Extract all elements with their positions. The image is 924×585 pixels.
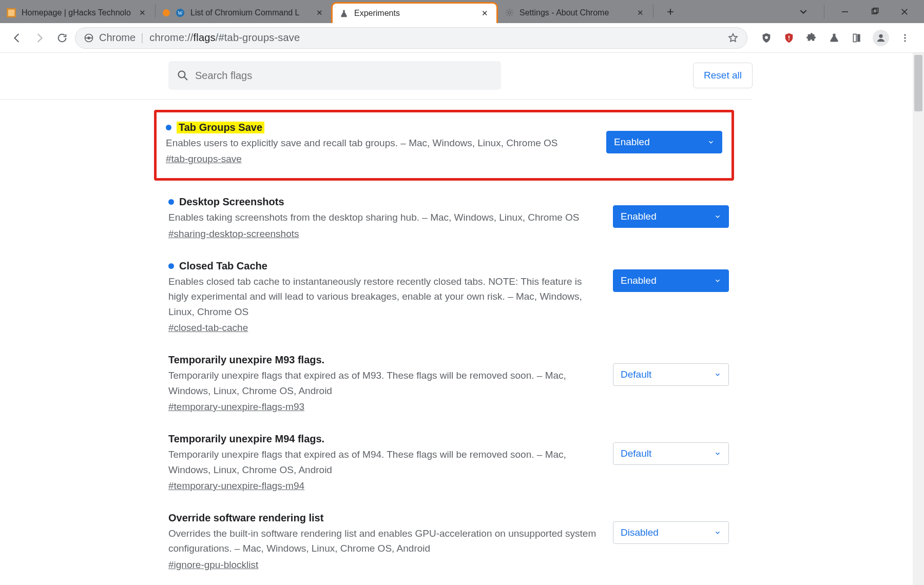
flag-title: Temporarily unexpire M94 flags. [168,433,598,445]
flag-title-text: Tab Groups Save [177,122,264,133]
flag-state-select[interactable]: Enabled [613,205,729,228]
svg-rect-19 [853,34,856,42]
kebab-menu-icon[interactable] [898,31,912,45]
chevron-down-icon [714,213,721,220]
flag-row: Tab Groups SaveEnables users to explicit… [154,110,734,181]
flag-row: Override software rendering listOverride… [168,512,729,571]
flag-state-label: Enabled [621,211,657,222]
flag-title: Tab Groups Save [166,122,591,133]
flag-title-text: Desktop Screenshots [179,196,284,208]
flag-row: Temporarily unexpire M94 flags.Temporari… [168,433,729,492]
scrollbar-thumb[interactable] [914,55,922,111]
flag-anchor-link[interactable]: #temporary-unexpire-flags-m94 [168,480,598,492]
flag-description: Enables users to explicitly save and rec… [166,135,591,150]
flag-anchor-link[interactable]: #sharing-desktop-screenshots [168,228,598,240]
tab-chromium-list[interactable]: W List of Chromium Command L ✕ [157,2,331,23]
window-controls [784,0,924,23]
chevron-down-icon [714,529,721,536]
chevron-down-icon [714,450,721,457]
new-tab-button[interactable] [662,3,679,21]
gear-favicon-icon [504,8,514,18]
svg-rect-12 [842,11,848,12]
tab-ghacks[interactable]: Homepage | gHacks Technolo ✕ [0,2,154,23]
tabstrip: Homepage | gHacks Technolo ✕ W List of C… [0,0,654,23]
chevron-down-icon [707,139,715,146]
svg-line-26 [184,77,187,80]
modified-dot-icon [168,199,174,205]
tabs-dropdown-button[interactable] [794,3,813,21]
flag-state-label: Default [621,369,651,380]
flag-description: Enables taking screenshots from the desk… [168,210,598,225]
flag-row: Temporarily unexpire M93 flags.Temporari… [168,354,729,413]
flag-title: Closed Tab Cache [168,260,598,272]
svg-point-3 [508,11,510,14]
back-button[interactable] [7,28,27,48]
titlebar: Homepage | gHacks Technolo ✕ W List of C… [0,0,924,23]
flag-title: Desktop Screenshots [168,196,598,208]
tab-label: List of Chromium Command L [190,8,309,17]
maximize-button[interactable] [865,3,884,21]
svg-line-9 [511,14,512,15]
flag-title-text: Closed Tab Cache [179,260,267,272]
flag-state-select[interactable]: Default [613,442,729,465]
flag-description: Temporarily unexpire flags that expired … [168,447,598,477]
svg-point-18 [765,36,768,39]
flag-info: Override software rendering listOverride… [168,512,613,571]
svg-text:W: W [178,10,183,15]
experiments-flask-icon[interactable] [827,31,841,45]
flag-anchor-link[interactable]: #ignore-gpu-blocklist [168,559,598,571]
browser-toolbar: Chrome | chrome://flags/#tab-groups-save [0,23,924,53]
tab-label: Experiments [354,9,474,18]
flag-state-select[interactable]: Default [613,363,729,386]
flag-anchor-link[interactable]: #tab-groups-save [166,153,591,165]
flag-state-select[interactable]: Enabled [606,131,722,153]
flag-description: Enables closed tab cache to instantaneou… [168,274,598,319]
chevron-down-icon [714,371,721,378]
close-icon[interactable]: ✕ [635,7,646,18]
search-flags-box[interactable] [168,61,501,90]
close-icon[interactable]: ✕ [479,8,490,19]
extensions-puzzle-icon[interactable] [805,31,818,45]
site-info-icon[interactable]: Chrome | [84,32,143,44]
flag-row: Desktop ScreenshotsEnables taking screen… [168,196,729,239]
flag-anchor-link[interactable]: #temporary-unexpire-flags-m93 [168,401,598,413]
flag-info: Closed Tab CacheEnables closed tab cache… [168,260,613,334]
toolbar-actions [750,30,917,46]
flag-state-select[interactable]: Disabled [613,521,729,544]
site-info-label: Chrome [99,32,136,44]
flag-anchor-link[interactable]: #closed-tab-cache [168,322,598,334]
svg-point-21 [879,34,882,37]
tab-experiments-active[interactable]: Experiments ✕ [331,2,498,23]
bookmark-star-icon[interactable] [727,32,739,44]
close-icon[interactable]: ✕ [314,7,325,18]
search-input[interactable] [195,70,493,82]
close-icon[interactable]: ✕ [137,7,148,18]
flag-info: Temporarily unexpire M94 flags.Temporari… [168,433,613,492]
tab-settings-about[interactable]: Settings - About Chrome ✕ [498,2,652,23]
reload-button[interactable] [52,28,72,48]
ublock-icon[interactable] [760,31,773,45]
close-window-button[interactable] [895,3,914,21]
flag-title: Temporarily unexpire M93 flags. [168,354,598,366]
search-icon [177,69,189,82]
chevron-down-icon [714,277,721,284]
profile-avatar-icon[interactable] [873,30,889,46]
flag-row: Closed Tab CacheEnables closed tab cache… [168,260,729,334]
reset-all-button[interactable]: Reset all [693,63,753,88]
flag-info: Temporarily unexpire M93 flags.Temporari… [168,354,613,413]
minimize-button[interactable] [836,3,854,21]
flags-list: Tab Groups SaveEnables users to explicit… [168,100,729,571]
reading-list-icon[interactable] [850,31,863,45]
omnibox[interactable]: Chrome | chrome://flags/#tab-groups-save [75,27,747,49]
flag-title-text: Temporarily unexpire M94 flags. [168,433,324,445]
flask-favicon-icon [339,8,349,18]
svg-line-10 [506,14,507,15]
svg-point-23 [904,37,906,38]
modified-dot-icon [166,125,171,130]
security-shield-icon[interactable] [782,31,796,45]
wordpress-favicon-icon: W [175,8,185,18]
flag-state-label: Default [621,448,651,459]
flag-state-select[interactable]: Enabled [613,269,729,292]
forward-button[interactable] [30,28,49,48]
vertical-scrollbar[interactable] [913,53,924,585]
